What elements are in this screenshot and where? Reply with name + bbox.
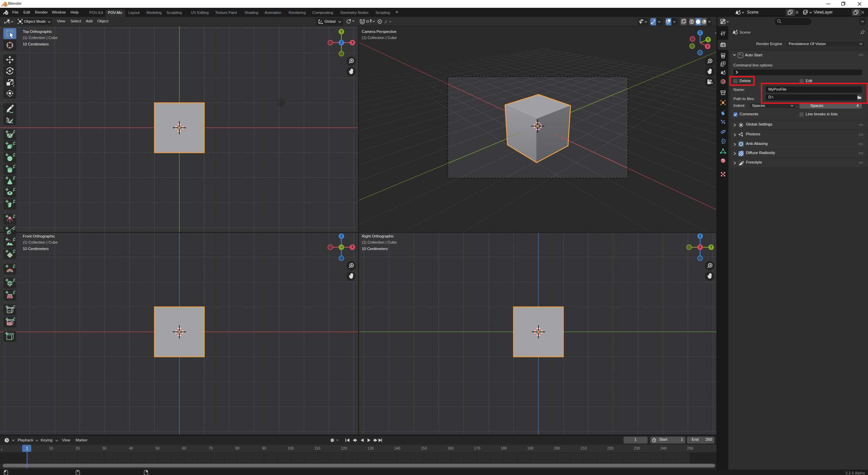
svg-text:Y: Y [340,30,342,34]
svg-text:X: X [351,245,354,249]
svg-text:1: 1 [26,446,28,451]
svg-text:220: 220 [607,446,613,450]
svg-text:50: 50 [155,446,159,450]
svg-text:100: 100 [288,446,294,450]
svg-text:40: 40 [129,446,133,450]
svg-text:X: X [351,41,354,44]
svg-text:Z: Z [699,31,701,35]
svg-text:120: 120 [341,446,347,450]
svg-text:130: 130 [368,446,374,450]
svg-text:80: 80 [235,446,239,450]
svg-text:Z: Z [340,41,342,44]
svg-text:Y: Y [707,38,709,41]
svg-text:250: 250 [687,446,693,450]
svg-text:190: 190 [527,446,533,450]
svg-text:Z: Z [340,234,342,238]
svg-text:160: 160 [447,446,453,450]
svg-text:30: 30 [102,446,106,450]
svg-text:10: 10 [49,446,53,450]
svg-text:Z: Z [699,234,701,238]
svg-text:200: 200 [554,446,560,450]
svg-text:230: 230 [634,446,640,450]
svg-text:Y: Y [710,245,712,249]
svg-text:140: 140 [394,446,400,450]
svg-text:170: 170 [474,446,480,450]
svg-text:210: 210 [580,446,587,450]
svg-text:∞: ∞ [9,134,11,138]
svg-text:240: 240 [660,446,667,450]
svg-text:›: › [1,447,2,452]
svg-text:180: 180 [501,446,507,450]
svg-text:70: 70 [209,446,213,450]
svg-text:60: 60 [182,446,186,450]
svg-text:20: 20 [76,446,80,450]
svg-text:X: X [699,245,702,249]
svg-text:-Y: -Y [340,246,343,249]
svg-text:150: 150 [421,446,427,450]
svg-text:110: 110 [314,446,320,450]
svg-text:X: X [707,44,709,48]
svg-text:90: 90 [262,446,266,450]
